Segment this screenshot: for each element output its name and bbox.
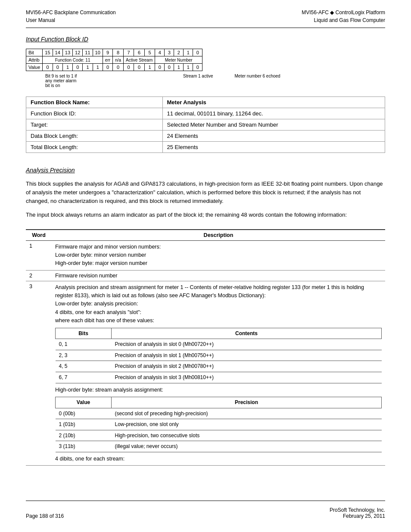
header-left-line2: User Manual bbox=[26, 16, 116, 24]
value-00b-precision: (second slot of preceding high-precision… bbox=[112, 408, 382, 419]
bit-15: 15 bbox=[43, 49, 53, 56]
inner-value-header: Value Precision bbox=[56, 397, 382, 408]
val-11: 1 bbox=[83, 64, 93, 71]
body-paragraph1: This block supplies the analysis for AGA… bbox=[26, 180, 385, 205]
val-10: 1 bbox=[93, 64, 103, 71]
val-12: 0 bbox=[73, 64, 83, 71]
annotation-stream-text: Stream 1 active bbox=[183, 74, 213, 78]
inner-bits-row-45: 4, 5 Precision of analysis in slot 2 (Mh… bbox=[56, 361, 382, 372]
bits-23: 2, 3 bbox=[56, 350, 112, 361]
word-row-1: 1 Firmware major and minor version numbe… bbox=[26, 240, 385, 270]
info-label-id: Function Block ID: bbox=[26, 108, 163, 119]
inner-bits-row-23: 2, 3 Precision of analysis in slot 1 (Mh… bbox=[56, 350, 382, 361]
bit-10: 10 bbox=[93, 49, 103, 56]
header-right-line1: MVI56-AFC ◆ ControlLogix Platform bbox=[302, 9, 385, 16]
word-table: Word Description 1 Firmware major and mi… bbox=[26, 229, 385, 466]
attrib-func-code: Function Code: 11 bbox=[43, 56, 103, 64]
word-3-line2: Low-order byte: analysis precision: bbox=[55, 300, 382, 308]
inner-value-row-3: 3 (11b) (illegal value; never occurs) bbox=[56, 441, 382, 452]
bit-4: 4 bbox=[155, 49, 165, 56]
info-value-id: 11 decimal, 001011 binary, 11264 dec. bbox=[162, 108, 385, 119]
attrib-na: n/a bbox=[113, 56, 124, 64]
header-right: MVI56-AFC ◆ ControlLogix Platform Liquid… bbox=[302, 9, 385, 24]
val-0: 0 bbox=[193, 64, 202, 71]
inner-value-row-0: 0 (00b) (second slot of preceding high-p… bbox=[56, 408, 382, 419]
footer-page-number: Page 188 of 316 bbox=[26, 513, 64, 519]
bits-67-content: Precision of analysis in slot 3 (Mh00810… bbox=[112, 372, 382, 383]
bit-11: 11 bbox=[83, 49, 93, 56]
page-container: MVI56-AFC Backplane Communication User M… bbox=[0, 0, 411, 532]
word-3-desc: Analysis precision and stream assignment… bbox=[52, 281, 385, 466]
word-1-desc-block: Firmware major and minor version numbers… bbox=[55, 243, 382, 268]
inner-value-row-2: 2 (10b) High-precision, two consecutive … bbox=[56, 430, 382, 441]
annotation-left-line2: any meter alarm bbox=[45, 78, 131, 83]
info-value-target: Selected Meter Number and Stream Number bbox=[162, 119, 385, 131]
word-1-line3: High-order byte: major version number bbox=[55, 259, 382, 268]
bit-0: 0 bbox=[193, 49, 202, 56]
attrib-meter-number: Meter Number bbox=[155, 56, 202, 64]
footer-company: ProSoft Technology, Inc. February 25, 20… bbox=[330, 507, 385, 519]
val-8: 0 bbox=[113, 64, 124, 71]
bit-6: 6 bbox=[134, 49, 144, 56]
attrib-label: Attrib bbox=[26, 56, 43, 64]
info-row-id: Function Block ID: 11 decimal, 001011 bi… bbox=[26, 108, 385, 119]
bit-1: 1 bbox=[184, 49, 193, 56]
val-2: 1 bbox=[174, 64, 184, 71]
val-4: 0 bbox=[155, 64, 165, 71]
val-5: 1 bbox=[144, 64, 155, 71]
value-01b: 1 (01b) bbox=[56, 419, 112, 430]
value-00b: 0 (00b) bbox=[56, 408, 112, 419]
inner-bits-header-contents: Contents bbox=[112, 328, 382, 339]
bit-9: 9 bbox=[103, 49, 112, 56]
annotation-stream: Stream 1 active bbox=[183, 74, 213, 88]
header-left: MVI56-AFC Backplane Communication User M… bbox=[26, 9, 116, 24]
info-value-total-length: 25 Elements bbox=[162, 142, 385, 153]
word-3-line3: 4 dibits, one for each analysis "slot": bbox=[55, 308, 382, 317]
annotation-left: Bit 9 is set to 1 if any meter alarm bit… bbox=[45, 74, 131, 88]
info-row-total-length: Total Block Length: 25 Elements bbox=[26, 142, 385, 153]
inner-value-row-1: 1 (01b) Low-precision, one slot only bbox=[56, 419, 382, 430]
inner-bits-row-01: 0, 1 Precision of analysis in slot 0 (Mh… bbox=[56, 339, 382, 350]
bit-8: 8 bbox=[113, 49, 124, 56]
header-right-line2: Liquid and Gas Flow Computer bbox=[302, 16, 385, 24]
word-3-line4: where each dibit has one of these values… bbox=[55, 317, 382, 325]
value-10b-precision: High-precision, two consecutive slots bbox=[112, 430, 382, 441]
annotation-meter: Meter number 6 echoed bbox=[234, 74, 280, 88]
attrib-err: err bbox=[103, 56, 112, 64]
inner-bits-header-bits: Bits bbox=[56, 328, 112, 339]
value-10b: 2 (10b) bbox=[56, 430, 112, 441]
info-value-data-length: 24 Elements bbox=[162, 131, 385, 142]
info-row-data-length: Data Block Length: 24 Elements bbox=[26, 131, 385, 142]
bit-row-label: Bit bbox=[26, 49, 43, 56]
word-row-2: 2 Firmware revision number bbox=[26, 270, 385, 281]
word-3-number: 3 bbox=[26, 281, 52, 466]
page-header: MVI56-AFC Backplane Communication User M… bbox=[26, 9, 385, 24]
val-6: 0 bbox=[134, 64, 144, 71]
bits-23-content: Precision of analysis in slot 1 (Mh00750… bbox=[112, 350, 382, 361]
value-11b: 3 (11b) bbox=[56, 441, 112, 452]
footer-date: February 25, 2011 bbox=[330, 513, 385, 519]
val-9: 0 bbox=[103, 64, 112, 71]
val-1: 1 bbox=[184, 64, 193, 71]
info-label-name: Function Block Name: bbox=[26, 97, 163, 108]
bit-2: 2 bbox=[174, 49, 184, 56]
bit-5: 5 bbox=[144, 49, 155, 56]
word-1-line2: Low-order byte: minor version number bbox=[55, 251, 382, 259]
header-divider bbox=[26, 28, 385, 28]
word-table-header-word: Word bbox=[26, 230, 52, 241]
word-2-number: 2 bbox=[26, 270, 52, 281]
info-label-data-length: Data Block Length: bbox=[26, 131, 163, 142]
value-label: Value bbox=[26, 64, 43, 71]
bit-13: 13 bbox=[62, 49, 72, 56]
bit-row-value: Value 0 0 1 0 1 1 0 0 0 0 1 0 0 1 1 0 bbox=[26, 64, 202, 71]
page-footer: Page 188 of 316 ProSoft Technology, Inc.… bbox=[26, 501, 385, 519]
section-title: Input Function Block ID bbox=[26, 36, 385, 43]
info-table: Function Block Name: Meter Analysis Func… bbox=[26, 96, 385, 153]
word-1-number: 1 bbox=[26, 240, 52, 270]
val-14: 0 bbox=[53, 64, 62, 71]
bit-row-attrib: Attrib Function Code: 11 err n/a Active … bbox=[26, 56, 202, 64]
bits-45: 4, 5 bbox=[56, 361, 112, 372]
val-15: 0 bbox=[43, 64, 53, 71]
value-11b-precision: (illegal value; never occurs) bbox=[112, 441, 382, 452]
bit-7: 7 bbox=[123, 49, 134, 56]
